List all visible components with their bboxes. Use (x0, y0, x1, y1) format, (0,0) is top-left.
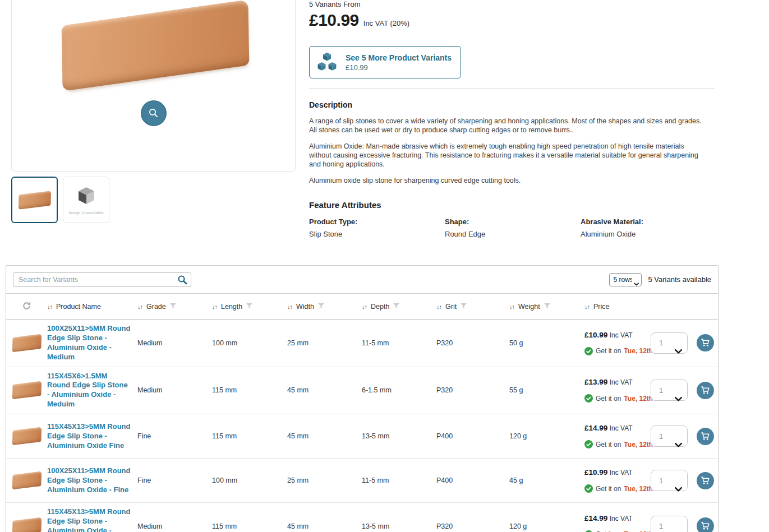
table-row: 115X45X13>5MM Round Edge Slip Stone - Al… (6, 414, 718, 459)
table-row: 115X45X13>5MM Round Edge Slip Stone - Al… (6, 503, 718, 532)
column-header-weight[interactable]: ↓↑ Weight (509, 303, 584, 311)
variant-price-vat-label: Inc VAT (610, 378, 633, 386)
variant-grit: P320 (436, 522, 509, 530)
product-price: £10.99 (309, 11, 359, 30)
product-gallery: Image Unavailable (11, 0, 296, 238)
cube-icon (75, 185, 98, 207)
add-to-cart-button[interactable] (697, 382, 714, 399)
column-header-length[interactable]: ↓↑ Length (212, 303, 287, 311)
variant-width: 45 mm (287, 386, 362, 394)
variant-weight: 120 g (509, 432, 584, 440)
variant-name-link[interactable]: 100X25X11>5MM Round Edge Slip Stone - Al… (47, 462, 137, 499)
column-header-grit[interactable]: ↓↑ Grit (436, 303, 509, 311)
variants-toolbar: 5 rows 5 Variants available (6, 266, 718, 293)
cart-icon (701, 432, 710, 441)
thumbnail-unavailable[interactable]: Image Unavailable (63, 177, 109, 223)
check-circle-icon (584, 440, 593, 448)
main-product-image (11, 0, 296, 172)
variant-price-vat-label: Inc VAT (610, 331, 633, 339)
variant-depth: 6-1.5 mm (362, 386, 436, 394)
cart-icon (701, 476, 710, 485)
variant-name-link[interactable]: 100X25X11>5MM Round Edge Slip Stone - Al… (47, 320, 137, 367)
column-header-price[interactable]: ↓↑ Price (584, 303, 651, 311)
quantity-select[interactable]: 1 (651, 470, 688, 491)
cart-icon (701, 521, 710, 531)
column-header-product-name[interactable]: ↓↑ Product Name (47, 303, 137, 311)
variant-name-link[interactable]: 115X45X13>5MM Round Edge Slip Stone - Al… (47, 503, 137, 532)
filter-icon[interactable] (461, 303, 467, 311)
image-zoom-button[interactable] (141, 100, 167, 126)
column-header-width[interactable]: ↓↑ Width (287, 303, 362, 311)
variant-price: £14.99 (584, 424, 607, 432)
thumbnail-strip: Image Unavailable (11, 177, 296, 223)
quantity-select[interactable]: 1 (651, 516, 688, 532)
column-header-depth[interactable]: ↓↑ Depth (362, 303, 436, 311)
variants-table-panel: 5 rows 5 Variants available ↓↑ Product N… (6, 265, 719, 532)
variant-length: 115 mm (212, 432, 287, 440)
table-row: 115X45X6>1.5MM Round Edge Slip Stone - A… (6, 367, 718, 415)
add-to-cart-button[interactable] (697, 428, 714, 445)
sort-icon[interactable]: ↓↑ (362, 303, 367, 310)
variant-name-link[interactable]: 115X45X6>1.5MM Round Edge Slip Stone - A… (47, 367, 137, 414)
variant-grit: P320 (436, 339, 509, 347)
check-circle-icon (584, 484, 593, 493)
quantity-select[interactable]: 1 (651, 332, 688, 354)
add-to-cart-button[interactable] (697, 334, 714, 351)
see-more-variants-button[interactable]: See 5 More Product Variants £10.99 (309, 46, 461, 78)
quantity-select[interactable]: 1 (651, 380, 688, 401)
variant-search-input[interactable] (13, 272, 191, 287)
delivery-prefix: Get it on (596, 441, 621, 448)
add-to-cart-button[interactable] (697, 517, 714, 532)
variant-depth: 13-5 mm (362, 522, 436, 530)
sort-icon[interactable]: ↓↑ (287, 303, 292, 310)
search-icon[interactable] (177, 275, 187, 287)
feature-attribute: Abrasive Material: Aluminium Oxide (581, 218, 643, 238)
sort-icon[interactable]: ↓↑ (509, 303, 514, 310)
delivery-prefix: Get it on (596, 395, 621, 403)
feature-attribute-label: Product Type: (309, 218, 445, 226)
sort-icon[interactable]: ↓↑ (584, 303, 590, 310)
filter-icon[interactable] (246, 303, 252, 311)
description-paragraph: A range of slip stones to cover a wide v… (309, 117, 702, 135)
variants-from-label: 5 Variants From (309, 0, 715, 8)
add-to-cart-button[interactable] (697, 472, 714, 489)
filter-icon[interactable] (544, 303, 550, 311)
filter-icon[interactable] (170, 303, 176, 311)
slip-stone-thumb-image (18, 191, 50, 209)
variant-width: 25 mm (287, 477, 362, 484)
quantity-select[interactable]: 1 (651, 425, 688, 447)
image-unavailable-label: Image Unavailable (68, 210, 103, 215)
variant-price: £10.99 (584, 468, 607, 477)
variant-weight: 50 g (509, 339, 584, 347)
table-row: 100X25X11>5MM Round Edge Slip Stone - Al… (6, 459, 718, 503)
sort-icon[interactable]: ↓↑ (436, 303, 441, 310)
check-circle-icon (584, 347, 593, 355)
slip-stone-image (62, 0, 250, 91)
filter-icon[interactable] (393, 303, 399, 311)
feature-attribute-label: Abrasive Material: (581, 218, 643, 226)
variant-grit: P400 (436, 432, 509, 440)
variants-table-header: ↓↑ Product Name ↓↑ Grade ↓↑ Length ↓↑ Wi… (6, 293, 718, 320)
rows-per-page-select[interactable]: 5 rows (609, 273, 642, 286)
variant-name-link[interactable]: 115X45X13>5MM Round Edge Slip Stone - Al… (47, 418, 137, 455)
variant-length: 115 mm (212, 386, 287, 394)
see-more-variants-price: £10.99 (346, 63, 452, 72)
refresh-icon[interactable] (21, 300, 33, 313)
variant-grade: Medium (137, 339, 212, 347)
section-divider (309, 88, 715, 89)
column-header-grade[interactable]: ↓↑ Grade (137, 303, 212, 311)
variant-length: 100 mm (212, 477, 287, 484)
sort-icon[interactable]: ↓↑ (137, 303, 142, 310)
variant-grit: P400 (436, 477, 509, 484)
sort-icon[interactable]: ↓↑ (47, 303, 52, 310)
cart-icon (701, 386, 710, 395)
thumbnail-product[interactable] (11, 177, 58, 223)
variant-length: 100 mm (212, 339, 287, 347)
description-paragraph: Aluminium oxide slip stone for sharpenin… (309, 176, 702, 185)
filter-icon[interactable] (318, 303, 324, 311)
variant-thumbnail (12, 471, 42, 490)
variant-price-vat-label: Inc VAT (610, 424, 633, 432)
feature-attributes-heading: Feature Attributes (309, 200, 715, 210)
variant-width: 45 mm (287, 432, 362, 440)
sort-icon[interactable]: ↓↑ (212, 303, 217, 310)
